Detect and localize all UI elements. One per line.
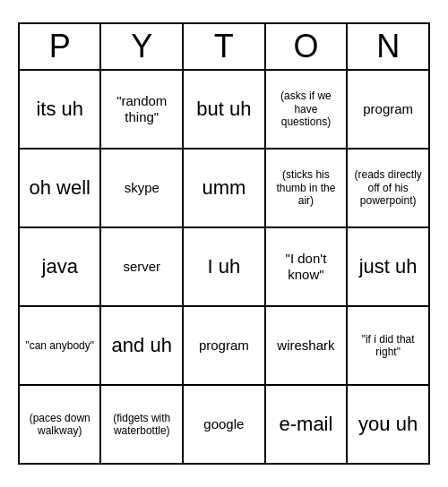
bingo-cell-4-4: you uh — [347, 385, 429, 464]
bingo-cell-4-0: (paces down walkway) — [19, 385, 100, 464]
bingo-cell-3-3: wireshark — [265, 306, 348, 385]
header-col-n: N — [347, 23, 429, 70]
bingo-cell-2-4: just uh — [347, 227, 429, 306]
header-col-t: T — [183, 23, 265, 70]
bingo-cell-2-0: java — [19, 227, 100, 306]
bingo-row-2: javaserverI uh"I don't know"just uh — [19, 227, 429, 306]
header-col-p: P — [19, 23, 100, 70]
bingo-cell-2-1: server — [100, 227, 183, 306]
bingo-cell-0-0: its uh — [19, 70, 100, 149]
bingo-card: PYTON its uh"random thing"but uh(asks if… — [18, 22, 430, 465]
bingo-row-3: "can anybody"and uhprogramwireshark"if i… — [19, 306, 429, 385]
bingo-cell-2-3: "I don't know" — [265, 227, 348, 306]
bingo-row-1: oh wellskypeumm(sticks his thumb in the … — [19, 149, 429, 227]
bingo-cell-1-3: (sticks his thumb in the air) — [265, 149, 348, 227]
bingo-cell-0-4: program — [347, 70, 429, 149]
bingo-cell-4-2: google — [183, 385, 265, 464]
bingo-cell-1-4: (reads directly off of his powerpoint) — [347, 149, 429, 227]
bingo-cell-3-4: "if i did that right" — [347, 306, 429, 385]
header-row: PYTON — [19, 23, 429, 70]
bingo-cell-0-1: "random thing" — [100, 70, 183, 149]
bingo-cell-2-2: I uh — [183, 227, 265, 306]
bingo-row-0: its uh"random thing"but uh(asks if we ha… — [19, 70, 429, 149]
bingo-cell-1-1: skype — [100, 149, 183, 227]
bingo-cell-0-3: (asks if we have questions) — [265, 70, 348, 149]
bingo-cell-4-1: (fidgets with waterbottle) — [100, 385, 183, 464]
header-col-y: Y — [100, 23, 183, 70]
bingo-body: its uh"random thing"but uh(asks if we ha… — [19, 70, 429, 464]
bingo-cell-4-3: e-mail — [265, 385, 348, 464]
bingo-cell-1-2: umm — [183, 149, 265, 227]
bingo-cell-3-1: and uh — [100, 306, 183, 385]
header-col-o: O — [265, 23, 348, 70]
bingo-row-4: (paces down walkway)(fidgets with waterb… — [19, 385, 429, 464]
bingo-cell-3-0: "can anybody" — [19, 306, 100, 385]
bingo-cell-1-0: oh well — [19, 149, 100, 227]
bingo-cell-0-2: but uh — [183, 70, 265, 149]
bingo-cell-3-2: program — [183, 306, 265, 385]
